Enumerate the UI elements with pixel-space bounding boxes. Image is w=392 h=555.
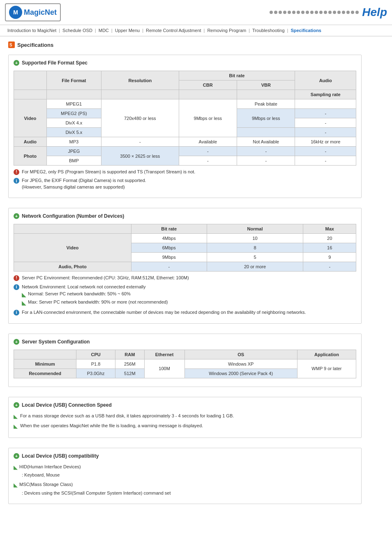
th-ss-ethernet: Ethernet [144, 350, 184, 359]
hid-sub: : Keyboard, Mouse [22, 472, 60, 478]
table-row: Minimum P1.8 256M 100M Windows XP WMP 9 … [14, 359, 356, 368]
td-min-cpu: P1.8 [76, 359, 115, 368]
td-sampling-mpeg2: - [295, 109, 356, 118]
th-samp: Sampling rate [295, 90, 356, 99]
td-jpeg: JPEG [46, 147, 101, 156]
dot-6 [292, 11, 295, 14]
nav-remote-control[interactable]: Remote Control Adjustment [143, 27, 204, 34]
page-title-icon: S [8, 41, 15, 48]
arrow-max-icon: ◣ [22, 299, 26, 307]
td-rec-ram: 512M [115, 368, 145, 378]
table-row: Video MPEG1 720x480 or less 9Mbps or les… [14, 99, 356, 109]
arrow-normal-icon: ◣ [22, 291, 26, 299]
th-vbr: VBR [237, 81, 295, 90]
file-format-table: File Format Resolution Bit rate Audio CB… [14, 71, 356, 166]
note-icon-blue-3: i [14, 310, 19, 315]
th-bit-rate: Bit rate [179, 71, 295, 81]
dot-8 [301, 11, 304, 14]
nav-upper-menu[interactable]: Upper Menu [113, 27, 143, 34]
section-network-config: + Network Configuration (Number of Devic… [8, 208, 362, 323]
th-ff2 [46, 90, 101, 99]
th-ss-os: OS [184, 350, 297, 359]
dot-13 [324, 11, 327, 14]
page-title: S Specifications [8, 41, 362, 48]
page-title-text: Specifications [17, 42, 53, 48]
nav-mdc[interactable]: MDC [96, 27, 111, 34]
td-photo-label: Photo [14, 147, 47, 166]
nav-introduction[interactable]: Introduction to MagicNet [5, 27, 59, 34]
note-icon-blue-2: i [14, 284, 19, 290]
td-9mbps: 9Mbps [131, 253, 207, 262]
nav-bar: Introduction to MagicNet | Schedule OSD … [0, 25, 392, 37]
td-resolution-video: 720x480 or less [101, 99, 179, 137]
td-audio-vbr: Not Available [237, 137, 295, 147]
td-divx5: DivX 5.x [46, 128, 101, 137]
nav-troubleshooting[interactable]: Troubleshooting [250, 27, 287, 34]
th-file-format: File Format [46, 71, 101, 90]
td-minimum-label: Minimum [14, 359, 76, 368]
note-network-env-text: Network Environment: Local network not c… [22, 284, 168, 307]
nav-removing[interactable]: Removing Program [205, 27, 249, 34]
help-area: Help [270, 6, 387, 19]
td-9mbps-normal: 5 [207, 253, 303, 262]
th-res2 [101, 90, 179, 99]
th-ss-app: Application [297, 350, 356, 359]
th-cbr: CBR [179, 81, 237, 90]
dot-1 [270, 11, 273, 14]
dot-12 [319, 11, 323, 14]
table-row: Video 4Mbps 10 20 [14, 234, 356, 243]
section-local-speed-title: + Local Device (USB) Connection Speed [14, 402, 356, 408]
note-icon-red-2: ! [14, 275, 19, 281]
td-4mbps-normal: 10 [207, 234, 303, 243]
dot-15 [333, 11, 336, 14]
section-server-title: + Server System Configuration [14, 339, 356, 345]
dot-14 [328, 11, 332, 14]
arrow-icon-4: ◣ [14, 481, 18, 489]
td-audio-sampling: 16kHz or more [295, 137, 356, 147]
dot-10 [310, 11, 314, 14]
th-ss-ram: RAM [115, 350, 145, 359]
td-bmp-samp: - [295, 156, 356, 166]
td-photo-res: 3500 × 2625 or less [101, 147, 179, 166]
note-hid: ◣ HID(Human Interface Devices) : Keyboar… [14, 464, 356, 479]
table-row: BMP - - - [14, 156, 356, 166]
td-sampling-divx5: - [295, 128, 356, 137]
td-rec-cpu: P3.0Ghz [76, 368, 115, 378]
td-divx4: DivX 4.x [46, 118, 101, 128]
td-app: WMP 9 or later [297, 359, 356, 378]
th-audio: Audio [295, 71, 356, 90]
dot-2 [274, 11, 277, 14]
section-icon-local-compat: + [14, 453, 19, 459]
nav-specifications[interactable]: Specifications [288, 27, 324, 34]
td-6mbps-max: 16 [303, 243, 356, 253]
td-cbr-video: 9Mbps or less [179, 99, 237, 137]
th-cbr2 [179, 90, 237, 99]
note-server-pc: ! Server PC Environment: Recommended (CP… [14, 275, 356, 281]
td-audio-label: Audio [14, 137, 47, 147]
section-local-compat-title: + Local Device (USB) compatibility [14, 453, 356, 459]
th-nc-bitrate: Bit rate [131, 224, 207, 234]
th-vbr2 [237, 90, 295, 99]
td-6mbps-normal: 8 [207, 243, 303, 253]
note-usb-speed-2-text: When the user operates MagicNet while th… [20, 423, 203, 429]
section-icon-local-speed: + [14, 402, 19, 408]
section-local-device-compat: + Local Device (USB) compatibility ◣ HID… [8, 448, 362, 504]
dot-19 [351, 11, 354, 14]
td-4mbps-max: 20 [303, 234, 356, 243]
th-ss-empty [14, 350, 76, 359]
network-config-table: Bit rate Normal Max Video 4Mbps 10 20 6M… [14, 224, 356, 272]
td-ap-max: - [303, 262, 356, 272]
section-server-system: + Server System Configuration CPU RAM Et… [8, 334, 362, 387]
dot-20 [355, 11, 359, 14]
section-file-format-title: + Supported File Format Spec [14, 60, 356, 66]
logo-box: M MagicNet [5, 3, 61, 21]
td-rec-os: Windows 2000 (Service Pack 4) [184, 368, 297, 378]
dot-9 [306, 11, 309, 14]
nav-schedule-osd[interactable]: Schedule OSD [60, 27, 95, 34]
note-icon-blue-1: i [14, 178, 19, 184]
td-audio-photo-label: Audio, Photo [14, 262, 131, 272]
note-server-pc-text: Server PC Environment: Recommended (CPU:… [22, 275, 189, 281]
note-mpeg2: ! For MPEG2, only PS (Program Stream) is… [14, 169, 356, 175]
td-vbr-9mbps: 9Mbps or less [237, 109, 295, 128]
table-row: Photo JPEG 3500 × 2625 or less - - - [14, 147, 356, 156]
